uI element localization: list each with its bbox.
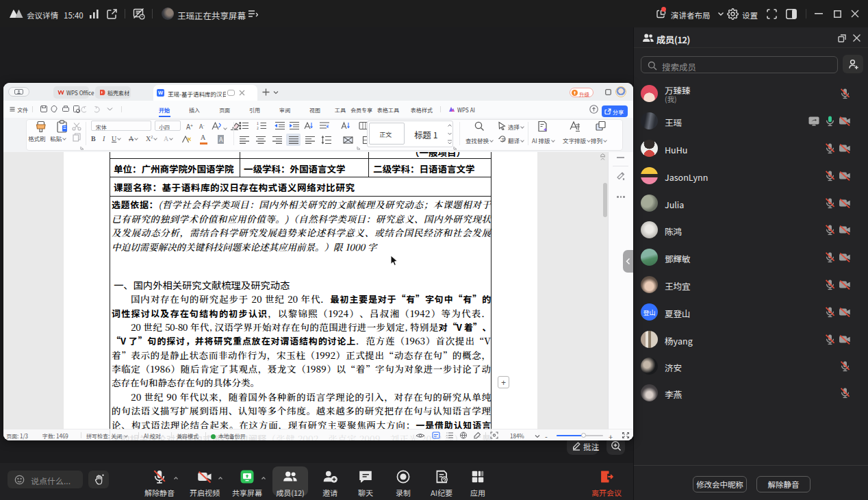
svg-text:2: 2 — [257, 125, 259, 130]
svg-text:W: W — [158, 90, 164, 96]
svg-text:文: 文 — [501, 136, 505, 142]
